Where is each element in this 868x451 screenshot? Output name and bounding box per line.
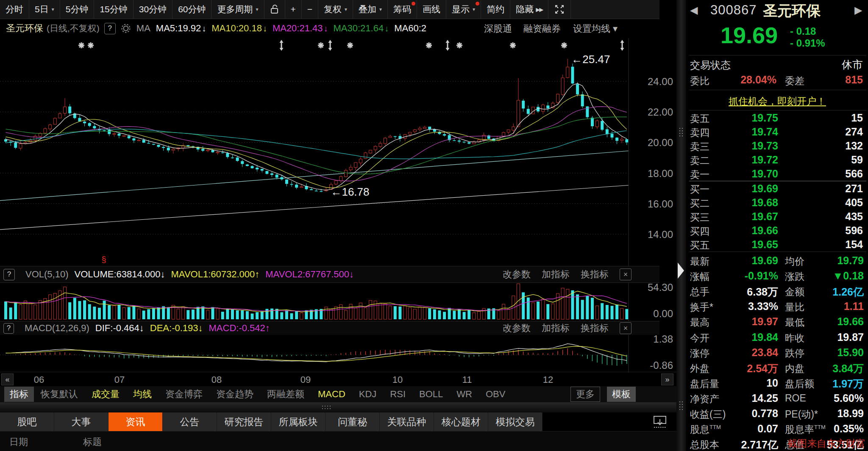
toolbar-item-15min[interactable]: 15分钟 <box>94 0 133 19</box>
indicator-tab-资金趋势[interactable]: 资金趋势 <box>209 387 260 401</box>
open-account-ad-link[interactable]: 抓住机会，即刻开户！ <box>687 95 868 108</box>
vertical-splitter[interactable] <box>676 0 687 451</box>
toolbar-item-30min[interactable]: 30分钟 <box>134 0 172 19</box>
stats-row: 换手*3.33%量比1.11 <box>687 299 868 314</box>
toolbar-item-label: + <box>291 4 296 14</box>
time-axis: « 06070809101112 » <box>0 372 676 387</box>
indicator-tab-OBV[interactable]: OBV <box>479 388 512 401</box>
stat-value: 3.84万 <box>832 362 864 376</box>
pane-action-改参数[interactable]: 改参数 <box>503 268 531 281</box>
help-icon[interactable]: ? <box>3 323 14 334</box>
header-link-深股通[interactable]: 深股通 <box>484 22 512 35</box>
svg-text:14.00: 14.00 <box>648 229 673 240</box>
trend-arrow-icon: ↓ <box>139 323 144 333</box>
pane-action-改参数[interactable]: 改参数 <box>503 322 531 335</box>
close-icon[interactable]: × <box>620 322 632 334</box>
red-dot-badge <box>476 2 479 6</box>
red-dot-badge <box>412 2 415 6</box>
indicator-tab-资金博弈[interactable]: 资金博弈 <box>159 387 209 401</box>
toolbar-item-fenshi[interactable]: 分时 <box>0 0 29 19</box>
help-icon[interactable]: ? <box>3 269 15 280</box>
toolbar-item-fuquan[interactable]: 复权▾ <box>318 0 353 19</box>
indicator-tab-MACD[interactable]: MACD <box>311 388 352 401</box>
toolbar-item-fullscreen[interactable] <box>548 0 571 19</box>
prev-stock-arrow[interactable]: ◀ <box>690 4 698 16</box>
collapse-panel-arrow[interactable] <box>678 263 684 279</box>
nav-tab-公告[interactable]: 公告 <box>163 412 217 431</box>
indicator-tab-两融差额[interactable]: 两融差额 <box>260 387 311 401</box>
watermark: 截图来自东方财富 <box>787 437 865 450</box>
axis-month-label: 10 <box>392 374 403 385</box>
toolbar-item-60min[interactable]: 60分钟 <box>172 0 211 19</box>
pane-action-加指标[interactable]: 加指标 <box>542 268 570 281</box>
indicator-tab-bar: 指标恢复默认成交量均线资金博弈资金趋势两融差额MACDKDJRSIBOLLWRO… <box>0 386 676 402</box>
indicator-tab-WR[interactable]: WR <box>450 388 479 401</box>
nav-tab-所属板块[interactable]: 所属板块 <box>271 412 326 431</box>
nav-tab-模拟交易[interactable]: 模拟交易 <box>488 412 542 431</box>
pane-action-换指标[interactable]: 换指标 <box>581 268 609 281</box>
chart-mode-label: (日线,不复权) <box>47 22 100 34</box>
nav-tab-关联品种[interactable]: 关联品种 <box>380 412 434 431</box>
stat-value: 10 <box>766 377 778 389</box>
indicator-tab-更多[interactable]: 更多 <box>570 387 600 402</box>
nav-tab-核心题材[interactable]: 核心题材 <box>434 412 488 431</box>
ask-row: 卖五19.7515 <box>687 111 868 125</box>
toolbar-item-zoom-out[interactable]: − <box>302 0 318 19</box>
export-icon[interactable] <box>652 415 668 431</box>
ask-level-label: 卖四 <box>690 126 709 139</box>
toolbar-item-more-period[interactable]: 更多周期▾ <box>211 0 264 19</box>
close-icon[interactable]: × <box>620 268 632 280</box>
svg-text:16.00: 16.00 <box>648 198 673 210</box>
nav-tab-股吧[interactable]: 股吧 <box>0 412 54 431</box>
indicator-tab-成交量[interactable]: 成交量 <box>85 387 126 401</box>
indicator-tab-RSI[interactable]: RSI <box>383 388 412 401</box>
indicator-tab-恢复默认[interactable]: 恢复默认 <box>34 387 85 401</box>
help-icon[interactable]: ? <box>104 23 116 34</box>
stat-label: 股息TTM <box>690 423 721 436</box>
splitter-grip[interactable] <box>321 405 332 410</box>
stats-row: 股息TTM0.07股息率TTM0.35% <box>687 421 868 436</box>
indicator-tab-KDJ[interactable]: KDJ <box>352 388 384 401</box>
nav-tab-大事[interactable]: 大事 <box>54 412 108 431</box>
toolbar-item-chips[interactable]: 筹码 <box>388 0 417 19</box>
indicator-tab-模板[interactable]: 模板 <box>607 387 636 402</box>
toolbar-item-label: 叠加 <box>359 3 376 15</box>
stat-label: PE(动)* <box>785 408 818 421</box>
ask-price: 19.75 <box>751 112 778 124</box>
gear-icon[interactable] <box>120 23 131 34</box>
header-link-融资融券[interactable]: 融资融券 <box>523 22 561 35</box>
pane-action-加指标[interactable]: 加指标 <box>542 322 570 335</box>
scroll-right-button[interactable]: » <box>661 374 673 385</box>
bid-volume: 271 <box>845 183 863 195</box>
indicator-tab-均线[interactable]: 均线 <box>126 387 159 401</box>
toolbar-item-lock[interactable] <box>264 0 285 19</box>
nav-tab-问董秘[interactable]: 问董秘 <box>326 412 380 431</box>
toolbar-item-5min[interactable]: 5分钟 <box>60 0 95 19</box>
next-stock-arrow[interactable]: ▶ <box>854 4 862 16</box>
ma-settings-link[interactable]: 设置均线 ▾ <box>573 22 618 35</box>
horizontal-splitter[interactable] <box>0 402 676 412</box>
stat-label: 收益(三) <box>690 408 726 421</box>
stat-value: 14.25 <box>751 392 778 404</box>
splitter-grip[interactable] <box>679 127 684 138</box>
nav-tab-资讯[interactable]: 资讯 <box>108 412 163 431</box>
nav-tab-研究报告[interactable]: 研究报告 <box>217 412 271 431</box>
indicator-tab-指标[interactable]: 指标 <box>4 387 34 402</box>
price-change: - 0.18 <box>790 25 816 37</box>
toolbar-item-drawline[interactable]: 画线 <box>417 0 446 19</box>
splitter-grip[interactable] <box>679 401 684 412</box>
stat-label: 最新 <box>690 255 709 268</box>
trend-arrow-icon: ↓ <box>263 24 267 33</box>
toolbar-item-display[interactable]: 显示▾ <box>446 0 481 19</box>
toolbar-item-overlay[interactable]: 叠加▾ <box>353 0 388 19</box>
toolbar-item-hide[interactable]: 隐藏▶▶ <box>510 0 548 19</box>
indicator-tab-BOLL[interactable]: BOLL <box>412 388 450 401</box>
scroll-left-button[interactable]: « <box>1 374 14 385</box>
volume-values: VOLUME:63814.000↓MAVOL1:60732.000↑MAVOL2… <box>69 269 354 280</box>
bid-volume: 435 <box>845 210 863 223</box>
toolbar-item-5day[interactable]: 5日▾ <box>29 0 60 19</box>
toolbar-item-zoom-in[interactable]: + <box>285 0 302 19</box>
toolbar-item-simple[interactable]: 简约 <box>481 0 510 19</box>
pane-action-换指标[interactable]: 换指标 <box>581 322 609 335</box>
trend-arrow-icon: ↓ <box>324 24 328 33</box>
